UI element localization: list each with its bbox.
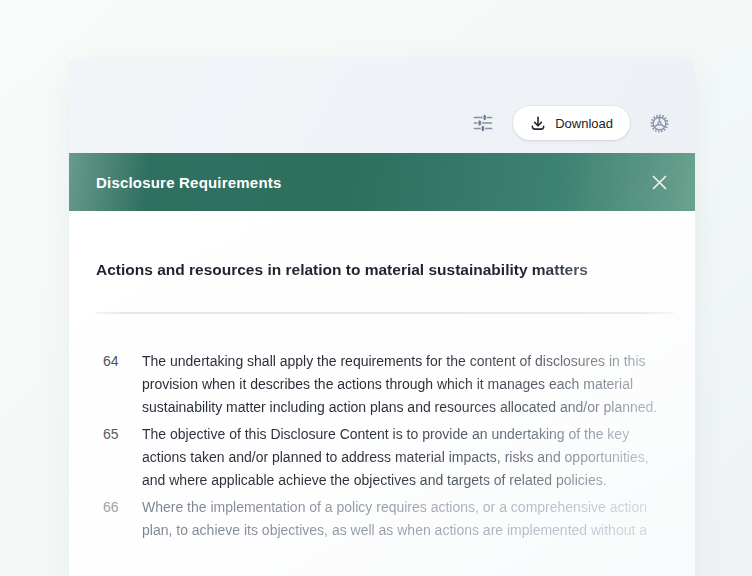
toolbar: Download [69, 57, 695, 153]
requirement-text: The undertaking shall apply the requirem… [142, 350, 673, 419]
modal-header: Disclosure Requirements [69, 153, 695, 211]
close-icon[interactable] [646, 169, 673, 196]
divider [95, 312, 674, 314]
requirement-item: 65 The objective of this Disclosure Cont… [69, 423, 695, 492]
requirement-text: Where the implementation of a policy req… [142, 496, 673, 542]
download-label: Download [555, 116, 613, 131]
requirements-list: 64 The undertaking shall apply the requi… [69, 350, 695, 542]
requirement-item: 64 The undertaking shall apply the requi… [69, 350, 695, 419]
gear-icon[interactable] [649, 113, 670, 134]
download-icon [530, 115, 546, 131]
download-button[interactable]: Download [513, 106, 630, 140]
modal-title: Disclosure Requirements [96, 174, 646, 191]
sliders-icon[interactable] [472, 112, 494, 134]
toolbar-actions: Download [472, 106, 670, 140]
section-heading: Actions and resources in relation to mat… [96, 261, 671, 279]
disclosure-requirements-modal: Download Disclosure Requirements Actions… [69, 57, 695, 576]
requirement-number: 66 [103, 496, 142, 542]
modal-content: Actions and resources in relation to mat… [69, 211, 695, 576]
requirement-number: 65 [103, 423, 142, 492]
requirement-number: 64 [103, 350, 142, 419]
requirement-text: The objective of this Disclosure Content… [142, 423, 673, 492]
requirement-item: 66 Where the implementation of a policy … [69, 496, 695, 542]
